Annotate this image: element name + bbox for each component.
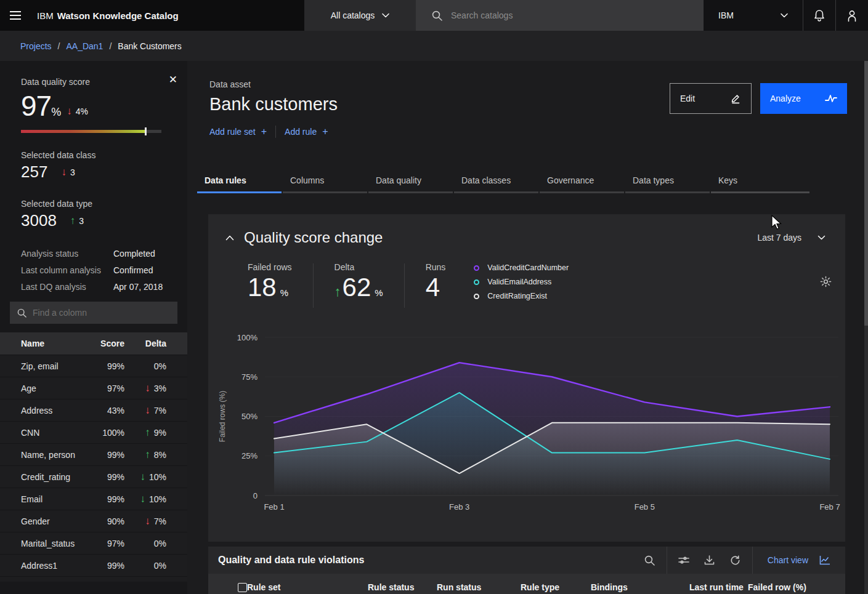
legend-item[interactable]: ValidCreditCardNumber bbox=[474, 263, 569, 272]
column-score: 97% bbox=[87, 539, 124, 548]
menu-icon[interactable] bbox=[0, 0, 31, 31]
analyze-button[interactable]: Analyze bbox=[760, 83, 847, 114]
column-score: 99% bbox=[87, 361, 124, 371]
find-column-field bbox=[10, 302, 177, 324]
svg-text:Feb 5: Feb 5 bbox=[635, 502, 655, 512]
user-icon bbox=[846, 9, 858, 22]
arrow-down-icon: ↓ bbox=[140, 494, 145, 504]
table-row[interactable]: Name, person99%↑8% bbox=[0, 443, 187, 465]
table-row[interactable]: CNN100%↑9% bbox=[0, 421, 187, 443]
search-input[interactable] bbox=[451, 10, 673, 20]
catalog-selector[interactable]: All catalogs bbox=[304, 0, 416, 31]
svg-text:100%: 100% bbox=[237, 333, 258, 342]
meta-value: Completed bbox=[113, 249, 155, 259]
breadcrumb: Projects / AA_Dan1 / Bank Customers bbox=[0, 31, 868, 61]
search-icon bbox=[17, 308, 26, 318]
tab-data-types[interactable]: Data types bbox=[625, 171, 710, 193]
date-range-selector[interactable]: Last 7 days bbox=[757, 233, 830, 243]
table-row[interactable]: Credit_rating99%↓10% bbox=[0, 465, 187, 488]
table-row[interactable]: Zip, email99%0% bbox=[0, 355, 187, 377]
column-name: Zip, email bbox=[0, 361, 87, 371]
column-delta: ↓10% bbox=[124, 494, 166, 504]
table-row-clipped bbox=[0, 576, 187, 582]
svg-text:Feb 1: Feb 1 bbox=[264, 502, 284, 512]
add-rule-button[interactable]: Add rule+ bbox=[285, 126, 328, 137]
chevron-down-icon bbox=[781, 13, 788, 18]
score-gauge-fill bbox=[21, 130, 145, 133]
close-icon[interactable]: ✕ bbox=[169, 74, 177, 85]
add-rule-set-button[interactable]: Add rule set+ bbox=[209, 126, 267, 137]
table-row[interactable]: Address43%↓7% bbox=[0, 399, 187, 421]
score-delta: ↓4% bbox=[67, 106, 88, 120]
divider bbox=[275, 126, 276, 138]
table-row[interactable]: Gender90%↓7% bbox=[0, 510, 187, 532]
arrow-down-icon: ↓ bbox=[67, 106, 72, 116]
score-gauge bbox=[21, 130, 161, 133]
tab-data-rules[interactable]: Data rules bbox=[197, 171, 282, 193]
meta-value: Confirmed bbox=[113, 265, 153, 275]
legend-item[interactable]: CreditRatingExist bbox=[474, 292, 569, 300]
header-left: IBMWatson Knowledge Catalog bbox=[0, 0, 304, 31]
column-delta: ↑9% bbox=[124, 427, 166, 438]
edit-icon bbox=[730, 93, 741, 104]
score-label: Data quality score bbox=[21, 77, 177, 87]
tab-governance[interactable]: Governance bbox=[540, 171, 624, 193]
chevron-down-icon bbox=[382, 13, 389, 18]
find-column-input[interactable] bbox=[33, 308, 156, 318]
filter-button[interactable] bbox=[671, 547, 697, 574]
quality-score-card: 025%50%75%100%Failed rows (%)Feb 1Feb 3F… bbox=[208, 214, 845, 542]
divider bbox=[667, 547, 667, 574]
reset-icon bbox=[730, 555, 740, 566]
data-quality-sidebar: ✕ Data quality score 97% ↓4% Selected da… bbox=[0, 61, 187, 594]
settings-gear-icon[interactable] bbox=[820, 276, 832, 290]
column-score: 99% bbox=[87, 450, 124, 460]
chart-view-toggle[interactable]: Chart view bbox=[756, 547, 845, 574]
notifications-button[interactable] bbox=[803, 0, 835, 31]
legend-dot-icon bbox=[474, 279, 479, 285]
violations-header-last-run-time[interactable]: Last run time bbox=[689, 582, 748, 592]
column-name: Address bbox=[0, 406, 87, 415]
table-row[interactable]: Marital_status97%0% bbox=[0, 532, 187, 554]
column-score: 100% bbox=[87, 428, 124, 438]
arrow-down-icon: ↓ bbox=[145, 516, 150, 526]
reset-button[interactable] bbox=[723, 547, 748, 574]
violations-header-rule-status[interactable]: Rule status bbox=[368, 582, 437, 592]
table-row[interactable]: Address199%0% bbox=[0, 554, 187, 576]
violations-header-run-status[interactable]: Run status bbox=[437, 582, 521, 592]
tab-data-classes[interactable]: Data classes bbox=[454, 171, 538, 193]
meta-label: Analysis status bbox=[21, 249, 113, 259]
meta-value: Apr 07, 2018 bbox=[113, 282, 163, 292]
tab-data-quality[interactable]: Data quality bbox=[368, 171, 453, 193]
divider bbox=[752, 547, 753, 574]
violations-header-bindings[interactable]: Bindings bbox=[591, 582, 689, 592]
tab-keys[interactable]: Keys bbox=[711, 171, 809, 193]
table-row[interactable]: Email99%↓10% bbox=[0, 488, 187, 510]
violations-title: Quality and data rule violations bbox=[218, 555, 364, 566]
divider bbox=[404, 263, 405, 308]
column-score: 99% bbox=[87, 472, 124, 482]
collapse-section-icon[interactable] bbox=[225, 235, 234, 241]
top-bar: IBMWatson Knowledge Catalog All catalogs… bbox=[0, 0, 868, 31]
violations-header-failed-row-[interactable]: Failed row (%) bbox=[748, 582, 834, 592]
account-selector[interactable]: IBM bbox=[703, 0, 803, 31]
table-search-button[interactable] bbox=[637, 547, 663, 574]
table-row[interactable]: Age97%↓3% bbox=[0, 377, 187, 399]
meta-label: Last column analysis bbox=[21, 265, 113, 275]
arrow-down-icon: ↓ bbox=[61, 167, 67, 177]
download-button[interactable] bbox=[697, 547, 723, 574]
violations-header-rule-set[interactable]: Rule set bbox=[247, 582, 368, 592]
violations-header-rule-type[interactable]: Rule type bbox=[521, 582, 591, 592]
legend-item[interactable]: ValidEmailAddress bbox=[474, 278, 569, 286]
breadcrumb-link-project[interactable]: AA_Dan1 bbox=[66, 41, 103, 51]
column-delta: ↓3% bbox=[124, 383, 166, 393]
breadcrumb-link-projects[interactable]: Projects bbox=[20, 41, 52, 51]
edit-button[interactable]: Edit bbox=[670, 83, 752, 114]
column-score: 99% bbox=[87, 561, 124, 571]
brand-name: Watson Knowledge Catalog bbox=[57, 10, 179, 21]
scrollbar-thumb[interactable] bbox=[864, 61, 868, 326]
user-profile-button[interactable] bbox=[835, 0, 868, 31]
column-delta: ↓7% bbox=[124, 516, 166, 526]
column-name: Gender bbox=[0, 516, 87, 526]
tab-columns[interactable]: Columns bbox=[283, 171, 367, 193]
select-all-checkbox[interactable] bbox=[238, 583, 247, 592]
